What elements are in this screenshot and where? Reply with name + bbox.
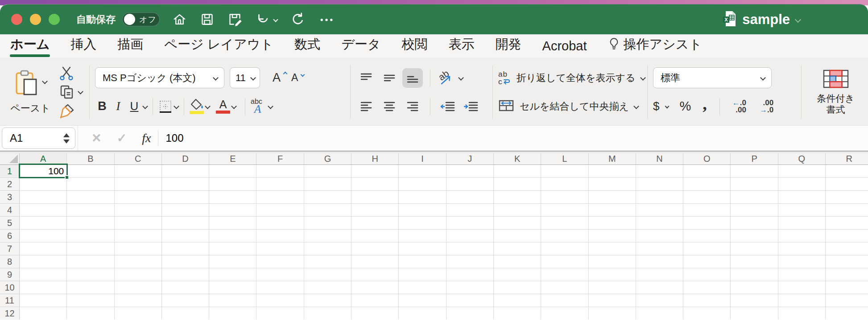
grid-cell[interactable] <box>209 281 256 294</box>
grid-cell[interactable] <box>20 178 67 191</box>
tab-tell-me[interactable]: 操作アシスト <box>608 36 703 58</box>
grid-cell[interactable] <box>67 255 114 268</box>
grid-cell[interactable] <box>494 281 541 294</box>
grid-cell[interactable] <box>162 242 209 255</box>
grid-cell[interactable] <box>683 281 731 294</box>
grid-cell[interactable] <box>683 178 731 191</box>
grid-cell[interactable] <box>67 165 114 178</box>
decrease-indent-button[interactable] <box>438 97 458 116</box>
grid-cell[interactable] <box>351 165 399 178</box>
grid-cell[interactable] <box>67 191 114 204</box>
align-bottom-button[interactable] <box>402 68 423 88</box>
grid-cell[interactable] <box>209 230 256 242</box>
wrap-text-button[interactable]: ab c 折り返して全体を表示する <box>498 66 642 90</box>
percent-format-button[interactable]: % <box>679 99 691 114</box>
grid-cell[interactable] <box>20 281 67 294</box>
select-all-button[interactable] <box>0 153 20 165</box>
undo-menu-chevron[interactable] <box>273 17 278 22</box>
grid-cell[interactable] <box>256 230 304 242</box>
grid-cell[interactable] <box>351 281 399 294</box>
paste-menu-chevron[interactable] <box>42 78 48 84</box>
grid-cell[interactable] <box>304 204 351 217</box>
grow-font-button[interactable]: A <box>273 71 286 85</box>
column-header[interactable]: Q <box>778 153 826 165</box>
grid-cell[interactable] <box>589 217 636 230</box>
copy-menu-chevron[interactable] <box>78 89 83 94</box>
grid-cell[interactable] <box>731 217 778 230</box>
grid-cell[interactable] <box>589 242 636 255</box>
row-header[interactable]: 3 <box>0 191 20 204</box>
grid-cell[interactable] <box>494 217 541 230</box>
grid-cell[interactable] <box>115 255 162 268</box>
undo-icon[interactable] <box>255 12 277 27</box>
grid-cell[interactable] <box>209 178 256 191</box>
bold-button[interactable]: B <box>95 97 109 116</box>
grid-cell[interactable] <box>115 191 162 204</box>
grid-cell[interactable] <box>399 268 446 281</box>
grid-cell[interactable] <box>20 191 67 204</box>
fullscreen-button[interactable] <box>49 14 60 25</box>
grid-cell[interactable] <box>115 294 162 307</box>
increase-decimal-button[interactable]: .00 →.0 <box>760 99 773 114</box>
grid-cell[interactable] <box>494 204 541 217</box>
grid-cell[interactable] <box>541 281 588 294</box>
column-header[interactable]: I <box>399 153 446 165</box>
grid-cell[interactable] <box>162 191 209 204</box>
save-as-icon[interactable] <box>227 12 242 27</box>
grid-cell[interactable] <box>731 191 778 204</box>
grid-cell[interactable] <box>826 217 868 230</box>
grid-cell[interactable] <box>399 204 446 217</box>
row-header[interactable]: 8 <box>0 255 20 268</box>
grid-cell[interactable] <box>826 281 868 294</box>
minimize-button[interactable] <box>30 14 41 25</box>
document-title[interactable]: sample <box>742 12 790 28</box>
grid-cell[interactable] <box>589 204 636 217</box>
column-header[interactable]: P <box>731 153 778 165</box>
grid-cell[interactable] <box>209 242 256 255</box>
grid-cell[interactable] <box>541 217 588 230</box>
italic-button[interactable]: I <box>111 97 125 116</box>
grid-cell[interactable] <box>162 178 209 191</box>
grid-cell[interactable] <box>256 268 304 281</box>
grid-cell[interactable] <box>589 268 636 281</box>
grid-cell[interactable] <box>541 178 588 191</box>
shrink-font-button[interactable]: A <box>291 72 303 84</box>
grid-cell[interactable] <box>778 230 826 242</box>
grid-cell[interactable] <box>67 281 114 294</box>
grid-cell[interactable] <box>778 165 826 178</box>
row-header[interactable]: 4 <box>0 204 20 217</box>
column-header[interactable]: J <box>446 153 494 165</box>
grid-cell[interactable] <box>115 217 162 230</box>
grid-cell[interactable] <box>67 294 114 307</box>
grid-cell[interactable] <box>20 268 67 281</box>
grid-cell[interactable] <box>636 242 683 255</box>
cancel-icon[interactable]: ✕ <box>91 131 102 145</box>
grid-cell[interactable] <box>541 191 588 204</box>
enter-icon[interactable]: ✓ <box>117 131 127 145</box>
grid-cell[interactable] <box>20 204 67 217</box>
grid-cell[interactable] <box>351 255 399 268</box>
grid-cell[interactable] <box>209 165 256 178</box>
grid-cell[interactable] <box>494 294 541 307</box>
borders-menu-chevron[interactable] <box>174 103 179 109</box>
grid-cell[interactable] <box>826 178 868 191</box>
grid-cell[interactable] <box>304 191 351 204</box>
grid-cell[interactable] <box>399 281 446 294</box>
grid-cell[interactable] <box>351 191 399 204</box>
grid-cell[interactable] <box>446 191 494 204</box>
grid-cell[interactable] <box>115 204 162 217</box>
grid-cell[interactable] <box>256 307 304 320</box>
grid-cell[interactable] <box>731 178 778 191</box>
grid-cell[interactable] <box>115 230 162 242</box>
grid-cell[interactable] <box>67 242 114 255</box>
grid-cell[interactable] <box>67 268 114 281</box>
column-header[interactable]: R <box>826 153 868 165</box>
phonetic-guide-button[interactable]: abc A <box>251 98 262 115</box>
grid-cell[interactable] <box>731 242 778 255</box>
grid-cell[interactable] <box>778 242 826 255</box>
grid-cell[interactable] <box>256 242 304 255</box>
grid-cell[interactable] <box>162 307 209 320</box>
grid-cell[interactable] <box>162 268 209 281</box>
tab-draw[interactable]: 描画 <box>117 36 143 58</box>
font-color-chevron[interactable] <box>231 103 237 109</box>
